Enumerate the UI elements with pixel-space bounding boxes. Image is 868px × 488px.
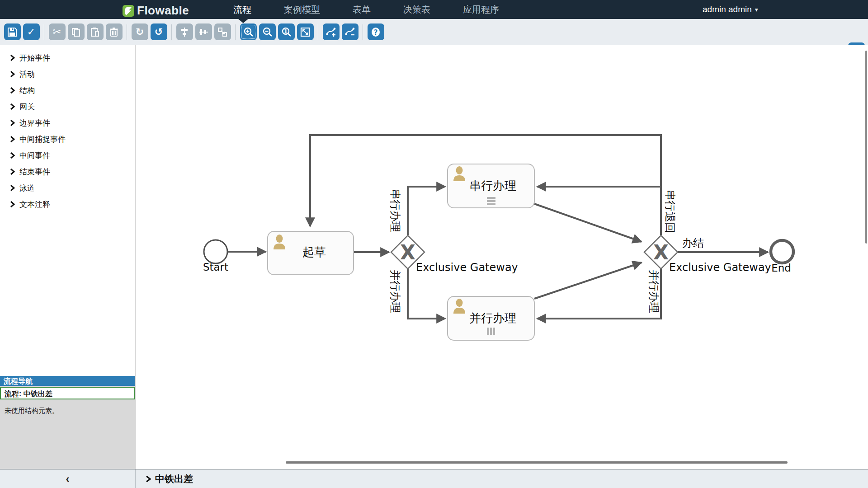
chevron-right-icon [10,169,15,175]
palette-group-end-events[interactable]: 结束事件 [0,164,135,180]
chevron-right-icon [10,152,15,159]
magnifier-minus-icon [262,27,273,37]
zoom-fit-button[interactable] [297,23,314,40]
chevron-left-icon: ‹ [66,474,70,484]
align-vertical-icon [179,27,189,37]
palette-group-start-events[interactable]: 开始事件 [0,50,135,66]
edge-label-serial: 串行办理 [389,189,401,232]
remove-bendpoint-button[interactable] [342,23,359,40]
tab-forms[interactable]: 表单 [350,4,373,16]
breadcrumb-process-name[interactable]: 中铁出差 [155,473,193,485]
active-tab-indicator [238,19,248,23]
validate-button[interactable]: ✓ [23,23,40,40]
sequential-multi-instance-icon [487,197,495,205]
edge-gateway1-to-serial[interactable] [408,187,445,235]
toolbar-separator [127,24,127,40]
palette-group-intermediate-catching-events[interactable]: 中间捕捉事件 [0,131,135,147]
redo-button: ↻ [132,23,148,40]
chevron-right-icon [10,185,15,191]
palette-group-swimlanes[interactable]: 泳道 [0,180,135,196]
end-event-label: End [771,262,791,274]
footer-bar: ‹ 中铁出差 [0,469,868,488]
tab-apps[interactable]: 应用程序 [460,4,502,16]
help-button[interactable]: ? [368,23,384,40]
caret-down-icon: ▾ [755,6,758,13]
chevron-right-icon [146,475,151,483]
edge-label-done: 办结 [682,237,704,249]
bendpoint-plus-icon [326,27,336,37]
user-task-serial[interactable]: 串行办理 [448,164,534,208]
toolbar-separator [44,24,44,40]
flowable-logo-icon [123,5,134,17]
diagram-canvas[interactable]: 串行办理 并行办理 串行退回 并行办理 办结 Start 起草 [136,45,868,469]
zoom-in-button[interactable] [240,23,257,40]
check-icon: ✓ [27,27,35,37]
edge-label-parallel: 并行办理 [389,270,401,313]
palette-group-activities[interactable]: 活动 [0,66,135,82]
paste-icon [90,27,100,37]
user-task-draft[interactable]: 起草 [268,231,354,275]
palette-group-label: 中间捕捉事件 [19,134,66,145]
main-nav: 流程 案例模型 表单 决策表 应用程序 [231,0,502,19]
process-navigator: 流程导航 流程: 中铁出差 未使用结构元素。 [0,376,135,469]
paste-button [87,23,104,40]
user-menu[interactable]: admin admin ▾ [703,0,758,19]
start-event-label: Start [203,261,228,273]
zoom-actual-button[interactable]: 1 [278,23,295,40]
user-task-draft-label: 起草 [302,245,326,259]
cut-button: ✂ [49,23,66,40]
navigator-current-process[interactable]: 流程: 中铁出差 [0,387,135,399]
palette-group-label: 活动 [19,69,35,80]
palette-group-intermediate-events[interactable]: 中间事件 [0,147,135,164]
palette-group-label: 结束事件 [19,167,50,177]
canvas-vertical-scrollbar[interactable] [865,51,867,244]
toolbar-separator [171,24,172,40]
flowable-logo[interactable]: Flowable [123,4,189,18]
gateway-x-symbol: X [400,241,415,264]
sidebar-collapse-button[interactable]: ‹ [0,469,136,488]
navigator-title: 流程导航 [0,376,135,386]
undo-arrow-icon: ↺ [155,27,163,37]
canvas-horizontal-scrollbar[interactable] [286,461,788,464]
palette-group-label: 网关 [19,102,35,112]
zoom-out-button[interactable] [259,23,276,40]
bendpoint-minus-icon [345,27,355,37]
palette-group-boundary-events[interactable]: 边界事件 [0,115,135,131]
tab-case-models[interactable]: 案例模型 [281,4,323,16]
navigator-empty-message: 未使用结构元素。 [0,399,135,422]
tab-decision-tables[interactable]: 决策表 [401,4,433,16]
exclusive-gateway-1[interactable]: X Exclusive Gateway [391,235,518,274]
editor-content: 开始事件 活动 结构 网关 边界事件 中间捕捉事件 [0,45,868,469]
svg-text:?: ? [374,28,378,36]
palette-group-text-annotation[interactable]: 文本注释 [0,196,135,212]
redo-arrow-icon: ↻ [136,27,144,37]
tab-processes[interactable]: 流程 [231,4,254,16]
parallel-multi-instance-icon [487,328,495,335]
palette-group-label: 结构 [19,85,35,96]
edge-gateway1-to-parallel[interactable] [408,269,445,319]
copy-icon [71,27,81,37]
magnifier-one-icon: 1 [281,27,292,37]
edge-label-parallel-return: 并行办理 [647,270,660,313]
flowable-process-editor: Flowable 流程 案例模型 表单 决策表 应用程序 admin admin… [0,0,868,488]
edge-parallel-to-gateway2[interactable] [534,263,642,299]
palette-group-structure[interactable]: 结构 [0,82,135,99]
save-button[interactable] [4,23,21,40]
user-task-parallel[interactable]: 并行办理 [448,296,534,340]
undo-button[interactable]: ↺ [151,23,167,40]
palette-group-gateways[interactable]: 网关 [0,99,135,115]
edge-serial-to-gateway2[interactable] [534,204,642,242]
user-task-parallel-label: 并行办理 [469,311,516,325]
gateway-x-symbol: X [653,241,669,264]
magnifier-plus-icon [243,27,254,37]
floppy-icon [7,27,17,37]
palette-group-label: 开始事件 [19,53,50,63]
logo-text: Flowable [137,4,189,18]
start-event-node[interactable]: Start [203,240,228,273]
palette-group-label: 中间事件 [19,150,50,161]
end-event-node[interactable]: End [771,240,793,274]
add-bendpoint-button[interactable] [323,23,340,40]
exclusive-gateway-1-label: Exclusive Gateway [416,261,518,274]
bpmn-diagram: 串行办理 并行办理 串行退回 并行办理 办结 Start 起草 [136,45,868,469]
exclusive-gateway-2[interactable]: X Exclusive Gateway [644,235,771,274]
